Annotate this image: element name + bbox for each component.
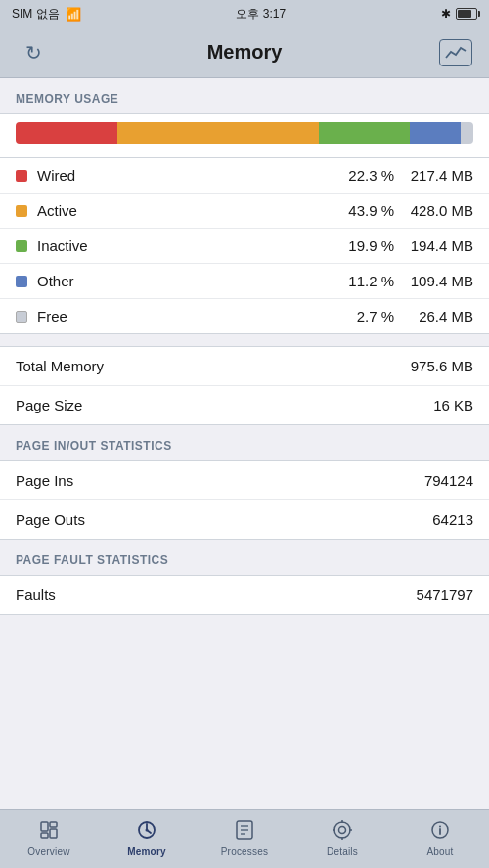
tab-overview[interactable]: Overview [0,810,98,868]
battery-fill [458,10,471,18]
page-fault-card: Faults 5471797 [0,575,489,615]
tab-about[interactable]: About [391,810,489,868]
dot-inactive [16,240,27,252]
bar-free [461,122,473,144]
overview-icon [38,819,60,845]
wifi-icon: 📶 [66,7,81,22]
nav-title: Memory [207,41,283,64]
value-free: 26.4 MB [400,308,473,325]
memory-row-active: Active 43.9 % 428.0 MB [0,193,489,228]
details-icon [332,819,353,845]
memory-row-free: Free 2.7 % 26.4 MB [0,298,489,333]
refresh-button[interactable]: ↻ [16,35,51,70]
svg-point-13 [339,827,346,834]
percent-free: 2.7 % [335,308,394,325]
battery-icon [456,8,477,20]
stat-row-total: Total Memory 975.6 MB [0,347,489,385]
memory-rows-card: Wired 22.3 % 217.4 MB Active 43.9 % 428.… [0,157,489,334]
value-faults: 5471797 [417,586,473,603]
status-time: 오후 3:17 [236,6,286,22]
svg-rect-1 [41,833,48,838]
page-inout-card: Page Ins 794124 Page Outs 64213 [0,460,489,540]
refresh-icon: ↻ [25,41,42,65]
label-free: Free [37,308,335,325]
chart-icon [444,44,467,62]
svg-point-7 [146,829,149,832]
status-bar: SIM 없음 📶 오후 3:17 ✱ [0,0,489,27]
value-total-memory: 975.6 MB [411,358,473,374]
svg-point-20 [439,826,441,828]
tab-processes[interactable]: Processes [196,810,293,868]
tab-processes-label: Processes [221,846,269,857]
svg-rect-0 [41,822,48,831]
memory-usage-header: MEMORY USAGE [0,78,489,113]
label-total-memory: Total Memory [16,358,411,374]
tab-bar: Overview Memory Processes [0,809,489,868]
page-fault-header: PAGE FAULT STATISTICS [0,540,489,575]
tab-about-label: About [426,846,453,857]
bluetooth-icon: ✱ [441,7,451,21]
stat-row-page-outs: Page Outs 64213 [0,499,489,539]
label-faults: Faults [16,586,417,603]
nav-bar: ↻ Memory [0,27,489,78]
tab-memory[interactable]: Memory [98,810,196,868]
tab-details-label: Details [327,846,358,857]
dot-wired [16,170,27,182]
memory-row-wired: Wired 22.3 % 217.4 MB [0,158,489,193]
bar-active [117,122,318,144]
bar-inactive [319,122,410,144]
percent-wired: 22.3 % [335,167,394,184]
svg-rect-2 [50,822,57,827]
memory-row-inactive: Inactive 19.9 % 194.4 MB [0,228,489,263]
processes-icon [234,819,255,845]
tab-memory-label: Memory [127,846,166,857]
value-wired: 217.4 MB [400,167,473,184]
chart-button[interactable] [438,35,473,70]
svg-point-12 [334,822,350,838]
label-inactive: Inactive [37,238,335,254]
value-inactive: 194.4 MB [400,238,473,254]
stat-row-faults: Faults 5471797 [0,576,489,614]
tab-details[interactable]: Details [293,810,391,868]
tab-overview-label: Overview [27,846,69,857]
label-other: Other [37,273,335,289]
status-left: SIM 없음 📶 [12,6,81,22]
value-page-size: 16 KB [433,397,473,413]
stat-row-page-ins: Page Ins 794124 [0,461,489,499]
label-page-outs: Page Outs [16,511,432,528]
main-content: MEMORY USAGE Wired 22.3 % 217.4 MB Activ… [0,78,489,809]
status-right: ✱ [441,7,477,21]
value-page-outs: 64213 [432,511,473,528]
memory-row-other: Other 11.2 % 109.4 MB [0,263,489,298]
value-other: 109.4 MB [400,273,473,289]
stat-row-pagesize: Page Size 16 KB [0,385,489,424]
value-page-ins: 794124 [424,472,473,489]
svg-rect-3 [50,829,57,838]
carrier-label: SIM 없음 [12,6,60,22]
dot-other [16,276,27,287]
percent-other: 11.2 % [335,273,394,289]
bar-wired [16,122,117,144]
label-page-size: Page Size [16,397,433,413]
label-wired: Wired [37,167,335,184]
dot-free [16,311,27,323]
page-inout-header: PAGE IN/OUT STATISTICS [0,425,489,460]
percent-active: 43.9 % [335,202,394,219]
value-active: 428.0 MB [400,202,473,219]
percent-inactive: 19.9 % [335,238,394,254]
memory-bar-container [0,113,489,157]
label-active: Active [37,202,335,219]
bar-other [410,122,461,144]
memory-stats-card: Total Memory 975.6 MB Page Size 16 KB [0,346,489,425]
about-icon [429,819,451,845]
dot-active [16,205,27,217]
memory-bar [16,122,473,144]
chart-icon-box [439,39,472,66]
memory-icon [135,819,158,845]
label-page-ins: Page Ins [16,472,424,489]
